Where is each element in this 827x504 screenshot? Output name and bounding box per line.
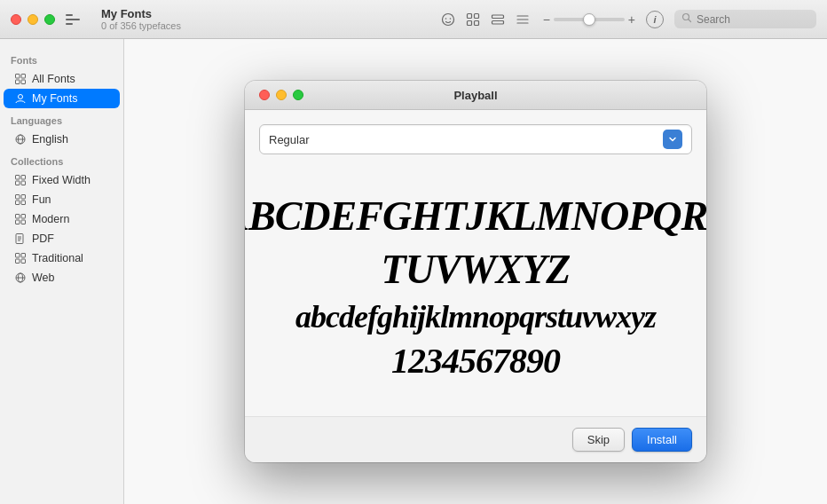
sidebar-item-fixed-width-label: Fixed Width [32,174,91,186]
dialog-footer: Skip Install [245,416,706,462]
svg-rect-7 [492,15,503,19]
sidebar-item-traditional[interactable]: Traditional [4,248,120,268]
svg-rect-23 [21,176,26,180]
toolbar-icons [438,10,532,29]
sidebar-item-web[interactable]: Web [4,268,120,287]
size-slider[interactable]: − + [543,12,635,27]
svg-rect-4 [474,13,478,18]
close-button[interactable] [11,14,21,25]
sidebar-toggle-button[interactable] [66,12,83,27]
grid-view-icon[interactable] [463,10,483,29]
minimize-button[interactable] [28,14,38,25]
svg-rect-40 [16,259,20,264]
dialog-titlebar: Playball [245,81,706,110]
sidebar-item-english-label: English [32,133,68,146]
sidebar-item-english[interactable]: English [4,130,120,149]
svg-line-13 [689,20,691,22]
search-icon [681,12,692,26]
dialog-body: Regular ABCDEFGHTJKLMNOPQRS TUVWXYZ abcd… [245,110,706,415]
svg-rect-8 [492,20,503,24]
sidebar-item-my-fonts[interactable]: My Fonts [4,89,120,108]
collections-section-label: Collections [0,149,123,170]
titlebar: My Fonts 0 of 356 typefaces [0,0,827,39]
sidebar-item-my-fonts-label: My Fonts [32,92,77,105]
svg-rect-31 [21,215,26,219]
sidebar-item-fun[interactable]: Fun [4,190,120,209]
svg-point-1 [445,18,446,20]
list-view-icon[interactable] [513,10,532,29]
preview-line2: TUVWXYZ [382,243,571,296]
svg-rect-26 [16,195,20,200]
font-style-label: Regular [269,133,310,146]
search-input[interactable] [697,13,809,26]
slider-thumb[interactable] [583,13,595,26]
modern-icon [14,213,27,225]
svg-rect-3 [467,13,471,18]
font-install-dialog: Playball Regular ABCDEFGHTJKLMNOPQRS [245,81,706,461]
sidebar-item-modern-label: Modern [32,213,69,225]
sidebar-item-pdf-label: PDF [32,232,54,245]
skip-button[interactable]: Skip [572,428,625,452]
install-button[interactable]: Install [632,428,692,452]
preview-line3: abcdefghijklmnopqrstuvwxyz [295,296,656,338]
info-button[interactable]: i [646,11,664,28]
my-fonts-icon [14,92,27,105]
slider-min-icon: − [543,12,550,27]
svg-rect-41 [21,259,26,264]
slider-track[interactable] [554,18,625,21]
sidebar-item-all-fonts-label: All Fonts [32,73,75,85]
sidebar-item-traditional-label: Traditional [32,252,83,264]
sidebar: Fonts All Fonts My Fonts Langua [0,39,124,504]
preview-smiley-icon[interactable] [438,10,458,29]
dialog-maximize-button[interactable] [293,90,303,100]
font-style-select[interactable]: Regular [259,124,692,154]
svg-rect-16 [16,80,20,84]
layout-view-icon[interactable] [488,10,508,29]
all-fonts-icon [14,73,27,85]
svg-rect-30 [16,215,20,219]
fun-icon [14,193,27,206]
dialog-title: Playball [453,89,497,102]
svg-rect-27 [21,195,26,200]
languages-section-label: Languages [0,108,123,130]
main-layout: Fonts All Fonts My Fonts Langua [0,39,827,504]
sidebar-item-fixed-width[interactable]: Fixed Width [4,170,120,190]
svg-rect-6 [474,20,478,25]
svg-rect-39 [21,254,26,258]
sidebar-item-pdf[interactable]: PDF [4,229,120,248]
window-subtitle: 0 of 356 typefaces [101,20,181,31]
svg-rect-5 [467,20,471,25]
svg-rect-25 [21,181,26,185]
font-preview: ABCDEFGHTJKLMNOPQRS TUVWXYZ abcdefghijkl… [259,172,692,401]
svg-rect-29 [21,201,26,205]
web-icon [14,272,27,284]
select-chevron-icon [663,130,682,149]
dialog-minimize-button[interactable] [276,90,287,100]
maximize-button[interactable] [44,14,55,25]
sidebar-item-modern[interactable]: Modern [4,209,120,229]
traditional-icon [14,252,27,264]
font-style-row: Regular [259,124,692,154]
svg-rect-33 [21,220,26,224]
english-icon [14,133,27,146]
slider-max-icon: + [628,12,635,27]
search-bar[interactable] [674,10,816,28]
fixed-width-icon [14,174,27,186]
titlebar-info: My Fonts 0 of 356 typefaces [101,7,438,31]
svg-point-2 [449,18,451,20]
pdf-icon [14,232,27,245]
fonts-section-label: Fonts [0,48,123,69]
svg-point-18 [19,95,23,99]
svg-rect-32 [16,220,20,224]
svg-rect-14 [16,75,20,79]
window-title: My Fonts [101,7,152,20]
sidebar-item-fun-label: Fun [32,193,51,206]
dialog-traffic-lights [259,90,303,100]
dialog-close-button[interactable] [259,90,270,100]
svg-rect-22 [16,176,20,180]
svg-rect-38 [16,254,20,258]
sidebar-item-all-fonts[interactable]: All Fonts [4,69,120,89]
preview-line4: 1234567890 [391,338,560,384]
svg-rect-28 [16,201,20,205]
svg-rect-15 [21,75,26,79]
